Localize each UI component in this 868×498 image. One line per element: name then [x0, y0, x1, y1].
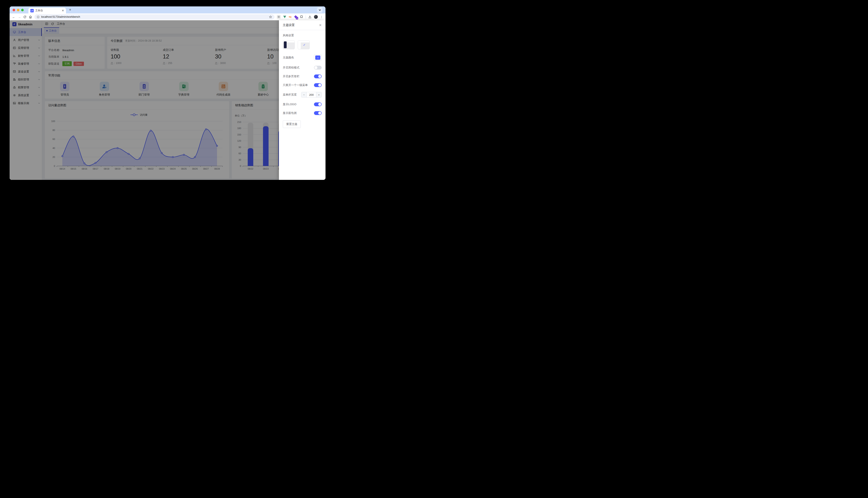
browser-tab-strip: LA 工作台 ✕ + [10, 6, 326, 13]
browser-toolbar: ← → localhost:5173/admin/workbench SQ 5 … [10, 13, 326, 20]
browser-menu-button[interactable]: ⋮ [320, 15, 323, 18]
menu-width-stepper: −200+ [301, 92, 322, 97]
toggle-开启黑暗模式[interactable] [314, 66, 322, 69]
reload-button[interactable] [23, 15, 26, 18]
style-option-light-menu[interactable]: ✓ [298, 40, 310, 49]
mac-close-button[interactable] [13, 9, 15, 11]
theme-settings-drawer: 主题设置 ✕ 风格设置 ✓ 主题颜色开启黑暗模式开启多页签栏只展开一个一级菜单菜… [279, 20, 326, 180]
drawer-row: 只展开一个一级菜单 [283, 83, 322, 87]
theme-color-swatch [315, 55, 320, 60]
drawer-row: 显示面包屑 [283, 111, 322, 115]
drawer-close-icon[interactable]: ✕ [319, 23, 322, 27]
gem-badge: 5 [296, 17, 298, 19]
theme-color-select[interactable] [314, 54, 322, 61]
react-devtools-icon[interactable] [277, 15, 281, 19]
gem-extension-icon[interactable]: 5 [294, 15, 297, 19]
mac-zoom-button[interactable] [21, 9, 24, 11]
new-tab-button[interactable]: + [69, 8, 71, 12]
mac-minimize-button[interactable] [17, 9, 20, 11]
address-bar[interactable]: localhost:5173/admin/workbench [34, 14, 275, 19]
bookmark-star-icon[interactable] [269, 15, 272, 18]
reset-theme-button[interactable]: 重置主题 [283, 120, 301, 128]
drawer-row: 主题颜色 [283, 54, 322, 61]
drawer-modal-overlay[interactable] [10, 20, 326, 180]
toggle-只展开一个一级菜单[interactable] [314, 83, 322, 87]
decrease-button[interactable]: − [301, 92, 306, 97]
url-text: localhost:5173/admin/workbench [41, 15, 80, 18]
profile-avatar[interactable] [314, 15, 318, 19]
toggle-开启多页签栏[interactable] [314, 75, 322, 78]
browser-window: LA 工作台 ✕ + ← → localhost:5173/admin/work… [10, 6, 326, 180]
drawer-title: 主题设置 [283, 23, 295, 27]
site-info-icon[interactable] [37, 16, 39, 18]
drawer-row: 显示LOGO [283, 102, 322, 106]
sq-extension-icon[interactable]: SQ [289, 16, 291, 18]
toggle-显示面包屑[interactable] [314, 111, 322, 115]
forward-button[interactable]: → [18, 15, 21, 19]
selected-check-icon: ✓ [303, 43, 306, 47]
increase-button[interactable]: + [316, 92, 321, 97]
drawer-row: 开启多页签栏 [283, 75, 322, 78]
chevron-down-icon [319, 9, 321, 11]
chevron-down-icon [317, 56, 318, 58]
menu-width-value[interactable]: 200 [306, 92, 316, 97]
browser-tab[interactable]: LA 工作台 ✕ [28, 8, 66, 13]
toolbar-divider [306, 15, 306, 18]
downloads-button[interactable] [308, 15, 311, 18]
drawer-row: 菜单栏宽度−200+ [283, 92, 322, 97]
style-option-dark-menu[interactable] [283, 40, 295, 49]
toggle-显示LOGO[interactable] [314, 102, 322, 106]
tab-search-button[interactable] [317, 7, 322, 13]
extensions-puzzle-icon[interactable] [300, 15, 303, 18]
tab-close-icon[interactable]: ✕ [62, 9, 64, 12]
drawer-row: 开启黑暗模式 [283, 66, 322, 69]
home-button[interactable] [29, 15, 32, 18]
vue-devtools-icon[interactable] [283, 15, 286, 18]
tab-favicon: LA [30, 9, 34, 12]
tab-title: 工作台 [35, 9, 60, 12]
style-section-label: 风格设置 [283, 34, 322, 37]
back-button[interactable]: ← [12, 15, 15, 19]
